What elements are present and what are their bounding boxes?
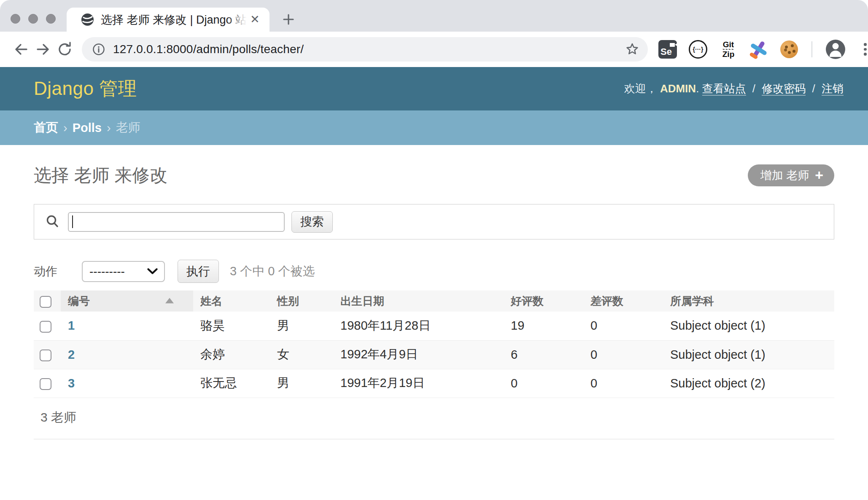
result-table: 编号 姓名 性别 出生日期 好评数 差评数 所属学科 1 骆昊 男 1980年1… (34, 290, 834, 398)
search-input[interactable] (68, 212, 285, 232)
cell-subject: Subject object (2) (663, 369, 834, 398)
cell-subject: Subject object (1) (663, 312, 834, 340)
column-header-gender[interactable]: 性别 (270, 290, 333, 312)
forward-button[interactable] (32, 38, 54, 60)
actions-bar: 动作 --------- 执行 3 个中 0 个被选 (34, 260, 834, 283)
window-minimize-button[interactable] (28, 14, 38, 24)
cell-name: 余婷 (193, 340, 270, 369)
breadcrumb-app-link[interactable]: Polls (73, 121, 102, 135)
asterisk-extension-icon[interactable] (749, 40, 768, 59)
back-button[interactable] (10, 38, 32, 60)
window-close-button[interactable] (11, 14, 20, 24)
breadcrumb: 首页 › Polls › 老师 (0, 110, 868, 145)
search-icon (45, 214, 60, 229)
column-header-subject[interactable]: 所属学科 (663, 290, 834, 312)
window-zoom-button[interactable] (46, 14, 56, 24)
new-tab-button[interactable] (278, 9, 299, 30)
sort-ascending-icon[interactable] (165, 298, 174, 303)
cell-bad-votes: 0 (583, 340, 663, 369)
chevron-down-icon (147, 268, 158, 275)
content-area: 选择 老师 来修改 增加 老师 + 搜索 动作 --------- (0, 164, 868, 439)
select-all-checkbox[interactable] (40, 296, 51, 308)
toolbar-divider (811, 41, 812, 57)
plus-icon (282, 13, 295, 26)
globe-favicon-icon (81, 13, 94, 26)
browser-toolbar: 127.0.0.1:8000/admin/polls/teacher/ Se {… (0, 32, 868, 67)
row-checkbox[interactable] (40, 378, 51, 390)
row-checkbox[interactable] (40, 349, 51, 361)
url-bar[interactable]: 127.0.0.1:8000/admin/polls/teacher/ (82, 37, 648, 62)
column-header-id[interactable]: 编号 (61, 290, 193, 312)
reload-icon (56, 40, 74, 58)
tab-title: 选择 老师 来修改 | Django 站点管理 (101, 12, 247, 27)
cell-subject: Subject object (1) (663, 340, 834, 369)
cookie-extension-icon[interactable] (779, 40, 799, 59)
cell-bad-votes: 0 (583, 312, 663, 340)
cell-birth: 1992年4月9日 (333, 340, 504, 369)
table-header-row: 编号 姓名 性别 出生日期 好评数 差评数 所属学科 (34, 290, 834, 312)
selenium-extension-icon[interactable]: Se (658, 40, 677, 59)
json-viewer-extension-icon[interactable]: {···} (688, 40, 708, 59)
search-button[interactable]: 搜索 (291, 211, 333, 233)
gitzip-extension-icon[interactable]: Git ⌁⌁⌁⌁ Zip (719, 40, 738, 59)
cell-good-votes: 19 (504, 312, 583, 340)
user-tools: 欢迎， ADMIN. 查看站点 / 修改密码 / 注销 (624, 81, 844, 96)
search-bar: 搜索 (34, 204, 834, 239)
url-text[interactable]: 127.0.0.1:8000/admin/polls/teacher/ (113, 43, 623, 56)
cell-good-votes: 6 (504, 340, 583, 369)
row-id-link[interactable]: 1 (68, 319, 75, 332)
site-title[interactable]: Django 管理 (34, 76, 137, 101)
run-action-button[interactable]: 执行 (178, 260, 219, 283)
table-row: 3 张无忌 男 1991年2月19日 0 0 Subject object (2… (34, 369, 834, 398)
chrome-menu-icon[interactable] (861, 40, 868, 58)
cell-gender: 男 (270, 312, 333, 340)
cell-good-votes: 0 (504, 369, 583, 398)
browser-tab[interactable]: 选择 老师 来修改 | Django 站点管理 ✕ (67, 8, 270, 32)
column-header-name[interactable]: 姓名 (193, 290, 270, 312)
cell-name: 张无忌 (193, 369, 270, 398)
add-teacher-button[interactable]: 增加 老师 + (748, 164, 834, 186)
column-header-bad[interactable]: 差评数 (583, 290, 663, 312)
actions-label: 动作 (34, 263, 57, 280)
view-site-link[interactable]: 查看站点 (702, 82, 746, 96)
column-header-good[interactable]: 好评数 (504, 290, 583, 312)
bookmark-star-icon[interactable] (623, 40, 641, 58)
cell-name: 骆昊 (193, 312, 270, 340)
cell-birth: 1991年2月19日 (333, 369, 504, 398)
change-password-link[interactable]: 修改密码 (762, 82, 806, 96)
cell-birth: 1980年11月28日 (333, 312, 504, 340)
breadcrumb-current: 老师 (116, 119, 140, 136)
extensions-row: Se {···} Git ⌁⌁⌁⌁ Zip (658, 40, 868, 59)
tab-close-icon[interactable]: ✕ (250, 14, 260, 25)
text-caret (72, 215, 73, 228)
browser-window: 选择 老师 来修改 | Django 站点管理 ✕ (0, 0, 868, 500)
row-id-link[interactable]: 3 (68, 376, 75, 390)
table-row: 2 余婷 女 1992年4月9日 6 0 Subject object (1) (34, 340, 834, 369)
paginator: 3 老师 (34, 398, 834, 439)
cell-gender: 女 (270, 340, 333, 369)
column-header-birth[interactable]: 出生日期 (333, 290, 504, 312)
username: ADMIN (660, 82, 696, 95)
site-info-icon[interactable] (90, 41, 107, 58)
row-checkbox[interactable] (40, 321, 51, 333)
tab-strip: 选择 老师 来修改 | Django 站点管理 ✕ (0, 0, 868, 32)
breadcrumb-home-link[interactable]: 首页 (34, 119, 58, 136)
table-row: 1 骆昊 男 1980年11月28日 19 0 Subject object (… (34, 312, 834, 340)
welcome-text: 欢迎， (624, 82, 657, 95)
traffic-lights (11, 14, 56, 24)
logout-link[interactable]: 注销 (822, 82, 844, 96)
admin-header: Django 管理 欢迎， ADMIN. 查看站点 / 修改密码 / 注销 (0, 67, 868, 110)
action-selected-value: --------- (89, 265, 125, 278)
forward-arrow-icon (34, 40, 52, 58)
cell-bad-votes: 0 (583, 369, 663, 398)
reload-button[interactable] (54, 38, 76, 60)
selection-counter: 3 个中 0 个被选 (230, 263, 315, 280)
cell-gender: 男 (270, 369, 333, 398)
back-arrow-icon (12, 40, 30, 58)
profile-avatar[interactable] (826, 40, 845, 59)
page-title: 选择 老师 来修改 (34, 164, 167, 187)
row-id-link[interactable]: 2 (68, 348, 75, 361)
action-select[interactable]: --------- (82, 261, 165, 282)
